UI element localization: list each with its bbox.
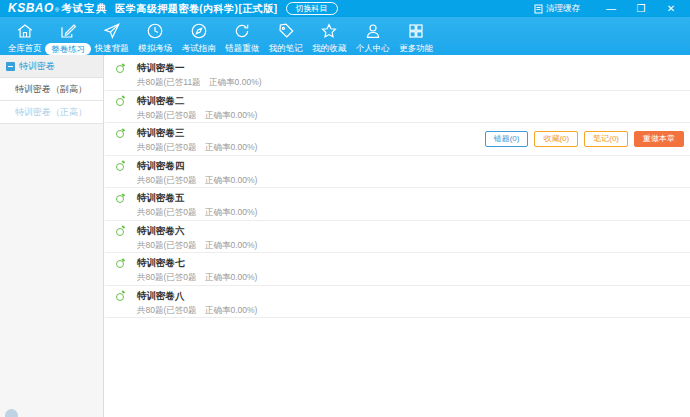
window-title: 医学高级押题密卷(内科学)[正式版] <box>115 2 277 16</box>
grid-icon <box>407 22 425 40</box>
logo-cn-text: 考试宝典 <box>61 2 107 16</box>
paper-list: 特训密卷一 共80题(已答11题 正确率0.00%) 特训密卷二 共80题(已答… <box>105 55 690 417</box>
progress-ring-icon <box>116 163 124 171</box>
sidebar-root-label: 特训密卷 <box>19 60 55 73</box>
user-icon <box>364 22 382 40</box>
main-nav: 全库首页 整卷练习 快速背题 模拟考场 考试指南 错题重做 我的笔记 我的收藏 … <box>0 17 690 55</box>
paper-row-5[interactable]: 特训密卷五 共80题(已答0题 正确率0.00%) <box>105 188 690 221</box>
paper-row-3[interactable]: 特训密卷三 共80题(已答0题 正确率0.00%) 错题(0) 收藏(0) 笔记… <box>105 123 690 156</box>
nav-item-my-notes[interactable]: 我的笔记 <box>264 21 308 53</box>
paper-stats: 共80题(已答0题 正确率0.00%) <box>137 272 690 284</box>
paper-stats: 共80题(已答0题 正确率0.00%) <box>137 305 690 317</box>
nav-item-home[interactable]: 全库首页 <box>3 21 47 53</box>
nav-label: 全库首页 <box>8 43 42 53</box>
plane-icon <box>103 22 121 40</box>
paper-title: 特训密卷六 <box>137 225 690 237</box>
home-icon <box>16 22 34 40</box>
nav-item-mock-exam[interactable]: 模拟考场 <box>134 21 178 53</box>
paper-stats: 共80题(已答0题 正确率0.00%) <box>137 110 690 122</box>
tag-icon <box>277 22 295 40</box>
redo-icon <box>233 22 251 40</box>
star-icon <box>320 22 338 40</box>
redo-chapter-button[interactable]: 重做本章 <box>634 131 684 147</box>
sidebar: 特训密卷 特训密卷（副高） 特训密卷（正高） <box>0 55 104 417</box>
floating-helper-icon[interactable] <box>5 409 18 417</box>
sidebar-item-zhenggao[interactable]: 特训密卷（正高） <box>0 101 103 124</box>
paper-row-4[interactable]: 特训密卷四 共80题(已答0题 正确率0.00%) <box>105 156 690 189</box>
wrong-questions-button[interactable]: 错题(0) <box>485 131 529 147</box>
close-button[interactable]: ✕ <box>658 0 684 17</box>
paper-row-7[interactable]: 特训密卷七 共80题(已答0题 正确率0.00%) <box>105 253 690 286</box>
paper-stats: 共80题(已答0题 正确率0.00%) <box>137 240 690 252</box>
clear-cache-button[interactable]: 清理缓存 <box>534 3 580 15</box>
nav-label: 整卷练习 <box>45 43 91 55</box>
maximize-button[interactable]: ❐ <box>628 0 654 17</box>
nav-label: 我的收藏 <box>312 43 346 53</box>
progress-ring-icon <box>116 98 124 106</box>
paper-stats: 共80题(已答0题 正确率0.00%) <box>137 207 690 219</box>
sidebar-root-node[interactable]: 特训密卷 <box>0 55 103 78</box>
nav-label: 错题重做 <box>225 43 259 53</box>
paper-title: 特训密卷七 <box>137 257 690 269</box>
paper-row-8[interactable]: 特训密卷八 共80题(已答0题 正确率0.00%) <box>105 286 690 319</box>
row-action-bar: 错题(0) 收藏(0) 笔记(0) 重做本章 <box>485 131 684 147</box>
nav-item-user-center[interactable]: 个人中心 <box>351 21 395 53</box>
clear-cache-icon <box>534 4 543 14</box>
paper-title: 特训密卷五 <box>137 192 690 204</box>
nav-item-my-favorites[interactable]: 我的收藏 <box>308 21 352 53</box>
paper-title: 特训密卷二 <box>137 95 690 107</box>
progress-ring-icon <box>116 228 124 236</box>
edit-icon <box>59 22 77 40</box>
nav-item-quick-review[interactable]: 快速背题 <box>90 21 134 53</box>
nav-item-redo-wrong[interactable]: 错题重做 <box>221 21 265 53</box>
nav-label: 更多功能 <box>399 43 433 53</box>
collapse-icon[interactable] <box>6 62 15 71</box>
nav-label: 快速背题 <box>95 43 129 53</box>
nav-item-exam-guide[interactable]: 考试指南 <box>177 21 221 53</box>
logo-text: KSBAO <box>8 1 54 15</box>
app-logo: KSBAO ® 考试宝典 <box>8 1 115 16</box>
paper-row-6[interactable]: 特训密卷六 共80题(已答0题 正确率0.00%) <box>105 221 690 254</box>
nav-item-whole-paper-practice[interactable]: 整卷练习 <box>47 21 91 55</box>
progress-ring-icon <box>116 195 124 203</box>
notes-button[interactable]: 笔记(0) <box>584 131 628 147</box>
registered-mark: ® <box>55 7 59 13</box>
switch-subject-button[interactable]: 切换科目 <box>286 2 338 16</box>
paper-stats: 共80题(已答11题 正确率0.00%) <box>137 77 690 89</box>
paper-row-1[interactable]: 特训密卷一 共80题(已答11题 正确率0.00%) <box>105 58 690 91</box>
titlebar: KSBAO ® 考试宝典 医学高级押题密卷(内科学)[正式版] 切换科目 清理缓… <box>0 0 690 17</box>
paper-title: 特训密卷一 <box>137 62 690 74</box>
nav-item-more-functions[interactable]: 更多功能 <box>395 21 439 53</box>
sidebar-item-fugao[interactable]: 特训密卷（副高） <box>0 78 103 101</box>
clock-icon <box>146 22 164 40</box>
progress-ring-icon <box>116 65 124 73</box>
nav-label: 个人中心 <box>356 43 390 53</box>
progress-ring-icon <box>116 260 124 268</box>
favorites-button[interactable]: 收藏(0) <box>534 131 578 147</box>
progress-ring-icon <box>116 130 124 138</box>
clear-cache-label: 清理缓存 <box>546 3 580 15</box>
paper-title: 特训密卷八 <box>137 290 690 302</box>
nav-label: 模拟考场 <box>138 43 172 53</box>
paper-stats: 共80题(已答0题 正确率0.00%) <box>137 175 690 187</box>
paper-title: 特训密卷四 <box>137 160 690 172</box>
nav-label: 我的笔记 <box>269 43 303 53</box>
paper-row-2[interactable]: 特训密卷二 共80题(已答0题 正确率0.00%) <box>105 91 690 124</box>
minimize-button[interactable]: — <box>598 0 624 17</box>
nav-label: 考试指南 <box>182 43 216 53</box>
progress-ring-icon <box>116 293 124 301</box>
compass-icon <box>190 22 208 40</box>
